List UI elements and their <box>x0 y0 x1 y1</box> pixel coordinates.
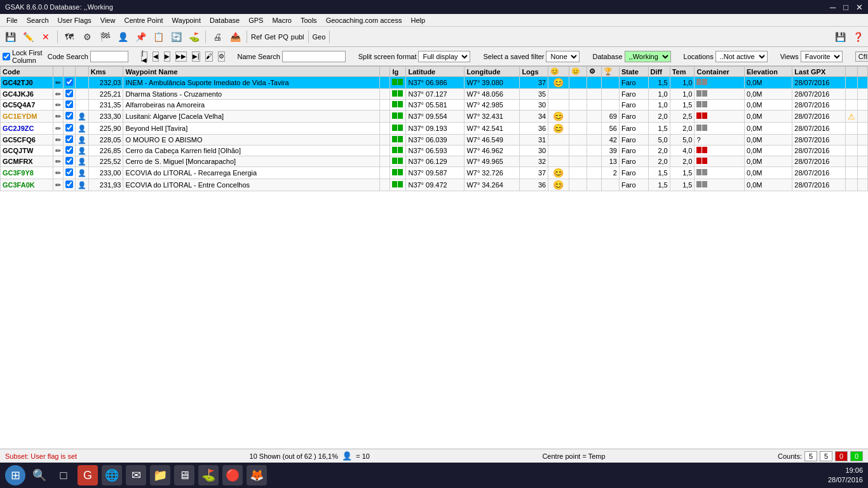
taskbar-gsak[interactable]: G <box>78 465 98 485</box>
col-name[interactable]: Waypoint Name <box>123 67 380 77</box>
col-lon[interactable]: Longitude <box>465 67 520 77</box>
taskbar-start[interactable]: ⊞ <box>5 465 25 485</box>
cell-code[interactable]: GC3FA0K <box>1 179 53 191</box>
col-smiley1[interactable]: 😊 <box>548 67 569 77</box>
close-button[interactable]: ✕ <box>856 3 863 12</box>
tb-edit[interactable]: ✏️ <box>20 29 36 44</box>
col-flag[interactable] <box>63 67 75 77</box>
menu-file[interactable]: File <box>3 15 22 25</box>
cell-flag[interactable] <box>63 146 75 156</box>
name-search-input[interactable] <box>282 51 346 62</box>
menu-geocaching[interactable]: Geocaching.com access <box>322 15 406 25</box>
cell-person[interactable] <box>75 100 88 111</box>
col-state[interactable]: State <box>619 67 648 77</box>
table-row[interactable]: GC5CFQ6 ✏ 👤 228,05 O MOURO E O ABISMO N3… <box>1 135 868 146</box>
col-warn[interactable] <box>846 67 858 77</box>
cell-person[interactable]: 👤 <box>75 123 88 135</box>
taskbar-search[interactable]: 🔍 <box>29 465 50 485</box>
cell-edit[interactable]: ✏ <box>53 100 63 111</box>
table-row[interactable]: GC5Q4A7 ✏ 231,35 Alfarrobeiras na Amorei… <box>1 100 868 111</box>
menu-tools[interactable]: Tools <box>297 15 321 25</box>
cell-name[interactable]: ECOVIA do LITORAL - Entre Concelhos <box>123 179 380 191</box>
table-row[interactable]: GC4JKJ6 ✏ 225,21 Dharma Stations - Cruza… <box>1 89 868 100</box>
tb-map[interactable]: 🗺 <box>62 29 77 44</box>
col-smiley2[interactable]: 😐 <box>569 67 587 77</box>
col-elevation[interactable]: Elevation <box>745 67 792 77</box>
window-controls[interactable]: ─ □ ✕ <box>830 3 863 12</box>
col-lat[interactable]: Latitude <box>406 67 465 77</box>
code-search-input[interactable] <box>90 51 128 62</box>
col-extra[interactable] <box>858 67 868 77</box>
minimize-button[interactable]: ─ <box>830 3 836 12</box>
maximize-button[interactable]: □ <box>843 3 848 12</box>
saved-filter-select[interactable]: None <box>546 51 580 62</box>
cell-name[interactable]: Dharma Stations - Cruzamento <box>123 89 380 100</box>
tb-refresh[interactable]: 🔄 <box>168 29 184 44</box>
col-lastgpx[interactable]: Last GPX <box>792 67 846 77</box>
col-trophy[interactable]: 🏆 <box>601 67 619 77</box>
col-tem[interactable]: Tem <box>670 67 695 77</box>
cell-name[interactable]: Beyond Hell [Tavira] <box>123 123 380 135</box>
tb-settings[interactable]: ⚙ <box>79 29 95 44</box>
taskbar-monitor[interactable]: 🖥 <box>174 465 194 485</box>
cell-flag[interactable] <box>63 123 75 135</box>
cell-code[interactable]: GC42TJ0 <box>1 77 53 89</box>
cell-name[interactable]: Alfarrobeiras na Amoreira <box>123 100 380 111</box>
nav-brush[interactable]: 🖌 <box>205 51 213 62</box>
lock-first-checkbox[interactable] <box>3 53 10 60</box>
cell-code[interactable]: GC5Q4A7 <box>1 100 53 111</box>
cell-code[interactable]: GC4JKJ6 <box>1 89 53 100</box>
cell-edit[interactable]: ✏ <box>53 167 63 179</box>
cell-edit[interactable]: ✏ <box>53 156 63 167</box>
cell-flag[interactable] <box>63 135 75 146</box>
tb-add[interactable]: 📋 <box>151 29 166 44</box>
menu-help[interactable]: Help <box>407 15 429 25</box>
menu-gps[interactable]: GPS <box>245 15 267 25</box>
nav-play[interactable]: ▶ <box>164 51 170 62</box>
tb-print[interactable]: 🖨 <box>210 29 225 44</box>
split-screen-select[interactable]: Full display <box>418 51 470 62</box>
tb-export[interactable]: 📤 <box>227 29 243 44</box>
cell-person[interactable]: 👤 <box>75 179 88 191</box>
cell-name[interactable]: ECOVIA do LITORAL - Recarrega Energia <box>123 167 380 179</box>
menu-centrepoint[interactable]: Centre Point <box>120 15 166 25</box>
table-row[interactable]: GC3F9Y8 ✏ 👤 233,00 ECOVIA do LITORAL - R… <box>1 167 868 179</box>
cell-name[interactable]: Cerro da Cabeça Karren field [Olhão] <box>123 146 380 156</box>
nav-next-next[interactable]: ▶| <box>192 51 200 62</box>
cell-flag[interactable] <box>63 156 75 167</box>
cell-edit[interactable]: ✏ <box>53 135 63 146</box>
cell-person[interactable]: 👤 <box>75 156 88 167</box>
taskbar-task-view[interactable]: □ <box>53 465 74 485</box>
col-code[interactable]: Code <box>1 67 53 77</box>
menu-search[interactable]: Search <box>23 15 53 25</box>
cell-person[interactable]: 👤 <box>75 167 88 179</box>
tb-user[interactable]: 👤 <box>115 29 130 44</box>
menu-userflags[interactable]: User Flags <box>54 15 95 25</box>
cell-name[interactable]: O MOURO E O ABISMO <box>123 135 380 146</box>
cfil-button[interactable]: CfIl <box>855 51 868 62</box>
tb-flag[interactable]: 🏁 <box>97 29 112 44</box>
cell-person[interactable] <box>75 77 88 89</box>
cell-code[interactable]: GCMFRX <box>1 156 53 167</box>
cell-code[interactable]: GC2J9ZC <box>1 123 53 135</box>
menu-macro[interactable]: Macro <box>268 15 295 25</box>
menu-view[interactable]: View <box>97 15 119 25</box>
tb-waypoint[interactable]: 📌 <box>133 29 148 44</box>
nav-settings[interactable]: ⚙ <box>218 51 225 62</box>
nav-prev-prev[interactable]: |◀ <box>141 51 147 62</box>
taskbar-files[interactable]: 📁 <box>150 465 170 485</box>
locations-select[interactable]: ..Not active <box>715 51 768 62</box>
cell-edit[interactable]: ✏ <box>53 77 63 89</box>
taskbar-app2[interactable]: 🔴 <box>222 465 243 485</box>
menu-database[interactable]: Database <box>206 15 243 25</box>
tb-save2[interactable]: 💾 <box>832 29 848 44</box>
cell-flag[interactable] <box>63 100 75 111</box>
cell-flag[interactable] <box>63 111 75 123</box>
cell-edit[interactable]: ✏ <box>53 111 63 123</box>
cell-name[interactable]: Cerro de S. Miguel [Moncarapacho] <box>123 156 380 167</box>
cell-edit[interactable]: ✏ <box>53 146 63 156</box>
taskbar-mail[interactable]: ✉ <box>126 465 146 485</box>
table-row[interactable]: GC1EYDM ✏ 👤 233,30 Lusitani: Algarve [Ca… <box>1 111 868 123</box>
tb-geo[interactable]: ⛳ <box>186 29 201 44</box>
views-select[interactable]: Favorite <box>801 51 843 62</box>
